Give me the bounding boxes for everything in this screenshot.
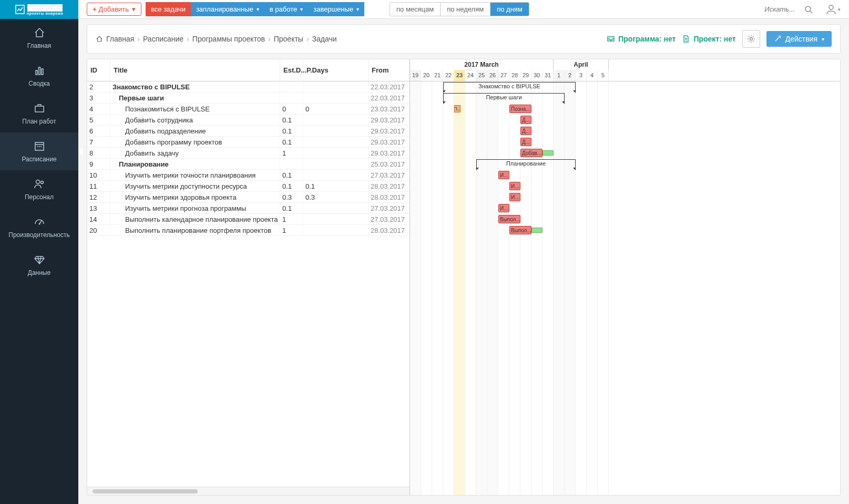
cell-id: 6 [87, 126, 110, 136]
horizontal-scrollbar[interactable] [87, 487, 410, 495]
project-selector[interactable]: Проект: нет [682, 35, 735, 43]
user-menu[interactable]: ▾ [825, 4, 841, 15]
gantt-task-bar[interactable]: Позна... [509, 105, 531, 113]
sidebar-item-label: Производительность [8, 231, 69, 239]
table-row[interactable]: 13 Изучить метрики прогноза программы 0.… [87, 203, 410, 214]
logo[interactable]: BIPULSE проекты вовремя [0, 0, 78, 19]
svg-point-16 [829, 5, 833, 9]
table-row[interactable]: 4 Познакомиться с BIPULSE 0 0 23.03.2017 [87, 104, 410, 115]
cell-est: 1 [280, 225, 303, 235]
table-row[interactable]: 2 Знакомство с BIPULSE 22.03.2017 [87, 81, 410, 92]
sidebar-item-label: Сводка [28, 80, 50, 87]
briefcase-icon [33, 102, 46, 115]
gantt-task-bar[interactable]: Добав... [520, 149, 543, 157]
sidebar-item-gauge[interactable]: Производительность [0, 208, 78, 246]
gantt-task-bar[interactable]: И... [498, 204, 509, 212]
gantt-day: 22 [443, 70, 454, 81]
cell-pdays: 0.1 [303, 181, 369, 191]
svg-point-14 [805, 6, 811, 12]
table-row[interactable]: 11 Изучить метрики доступности ресурса 0… [87, 181, 410, 192]
gantt-task-bar[interactable]: И... [498, 171, 509, 179]
sidebar-item-users[interactable]: Персонал [0, 170, 78, 208]
table-row[interactable]: 6 Добавить подразделение 0.1 29.03.2017 [87, 126, 410, 137]
col-pdays[interactable]: P.Days [303, 59, 369, 81]
sidebar-item-home[interactable]: Главная [0, 19, 78, 57]
breadcrumb-item[interactable]: Программы проектов [192, 35, 265, 43]
sidebar-item-briefcase[interactable]: План работ [0, 95, 78, 132]
actions-label: Действия [785, 35, 817, 43]
gantt-row: Планирование [410, 159, 840, 170]
gantt-task-bar[interactable]: Выпол... [509, 226, 531, 234]
cell-from: 22.03.2017 [369, 81, 410, 92]
gantt-task-bar[interactable]: И... [509, 182, 520, 190]
view-button[interactable]: по месяцам [390, 3, 441, 16]
view-button[interactable]: по неделям [441, 3, 490, 16]
add-button[interactable]: + Добавить ▾ [87, 3, 141, 16]
sidebar-item-diamond[interactable]: Данные [0, 246, 78, 284]
program-selector[interactable]: Программа: нет [607, 35, 676, 43]
gantt-body[interactable]: Знакомство с BIPULSEПервые шагиП...Позна… [410, 81, 840, 495]
table-row[interactable]: 7 Добавить программу проектов 0.1 29.03.… [87, 137, 410, 148]
gantt-group-bar[interactable]: Планирование [476, 159, 576, 169]
actions-button[interactable]: Действия ▾ [766, 31, 832, 47]
logo-subtext: проекты вовремя [27, 12, 63, 15]
gantt-task-bar[interactable]: П... [454, 105, 461, 112]
search-icon[interactable] [804, 5, 813, 14]
table-row[interactable]: 9 Планирование 25.03.2017 [87, 159, 410, 170]
cell-id: 8 [87, 148, 110, 158]
cell-pdays [303, 214, 369, 224]
col-title[interactable]: Title [110, 59, 280, 81]
cell-id: 5 [87, 115, 110, 125]
table-row[interactable]: 20 Выполнить планирование портфеля проек… [87, 225, 410, 236]
table-row[interactable]: 8 Добавить задачу 1 29.03.2017 [87, 148, 410, 159]
svg-point-13 [38, 223, 40, 225]
table-panel: ID Title Est.D... P.Days From 2 Знакомст… [87, 59, 410, 495]
cell-id: 9 [87, 159, 110, 169]
gantt-row: И... [410, 192, 840, 203]
breadcrumb-item[interactable]: Задачи [312, 35, 337, 43]
table-row[interactable]: 10 Изучить метрики точности планирвоания… [87, 170, 410, 181]
gantt-task-bar[interactable]: И... [509, 193, 520, 201]
settings-button[interactable] [742, 30, 760, 48]
filter-button[interactable]: в работе▾ [264, 2, 308, 16]
breadcrumb-item[interactable]: Расписание [143, 35, 183, 43]
filter-button[interactable]: все задачи [146, 2, 191, 16]
svg-rect-2 [38, 67, 40, 75]
table-row[interactable]: 14 Выполнить календарное планирование пр… [87, 214, 410, 225]
gantt-task-bar[interactable]: Выпол... [498, 215, 520, 223]
view-button[interactable]: по дням [490, 3, 529, 16]
cell-pdays [303, 92, 369, 103]
gantt-task-bar[interactable]: Д... [520, 138, 531, 146]
gantt-group-bar[interactable]: Первые шаги [443, 93, 565, 102]
gantt-task-bar[interactable]: Д... [520, 127, 531, 135]
sidebar-item-calendar[interactable]: Расписание [0, 132, 78, 170]
cell-id: 13 [87, 203, 110, 213]
gantt-task-bar[interactable]: Д... [520, 116, 531, 124]
sidebar-item-chart[interactable]: Сводка [0, 57, 78, 95]
filter-button[interactable]: завершеные▾ [308, 2, 364, 16]
breadcrumb-item[interactable]: Проекты [274, 35, 303, 43]
chart-icon [33, 64, 46, 77]
gantt-row: И... [410, 170, 840, 181]
gantt-group-label: Планирование [477, 160, 575, 167]
users-icon [33, 178, 46, 190]
gantt-month: 2017 March [410, 59, 554, 70]
col-id[interactable]: ID [87, 59, 110, 81]
cell-from: 27.03.2017 [369, 214, 410, 224]
gantt-row: Добав... [410, 148, 840, 159]
filter-button[interactable]: запланированные▾ [191, 2, 264, 16]
svg-line-15 [810, 11, 812, 13]
col-from[interactable]: From [369, 59, 410, 81]
table-header: ID Title Est.D... P.Days From [87, 59, 410, 81]
table-row[interactable]: 12 Изучить метрики здоровья проекта 0.3 … [87, 192, 410, 203]
sidebar: BIPULSE проекты вовремя ГлавнаяСводкаПла… [0, 0, 78, 504]
gantt-group-bar[interactable]: Знакомство с BIPULSE [443, 82, 576, 91]
cell-title: Добавить программу проектов [110, 137, 280, 147]
table-row[interactable]: 5 Добавить сотрудника 0.1 29.03.2017 [87, 115, 410, 126]
chevron-down-icon: ▾ [257, 6, 259, 12]
search-input[interactable] [724, 3, 798, 15]
breadcrumb-item[interactable]: Главная [106, 35, 134, 43]
table-row[interactable]: 3 Первые шаги 22.03.2017 [87, 92, 410, 104]
col-est[interactable]: Est.D... [280, 59, 303, 81]
cell-title: Выполнить календарное планирование проек… [110, 214, 280, 224]
